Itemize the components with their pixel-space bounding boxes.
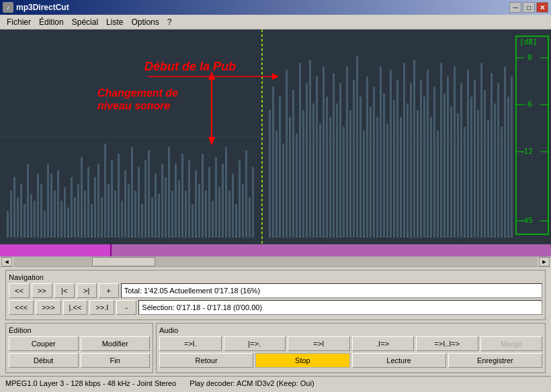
- set-start-button[interactable]: =>I.: [159, 336, 222, 351]
- progress-fill: [0, 244, 110, 256]
- go-end-button[interactable]: .I=>: [352, 336, 415, 351]
- end-button[interactable]: >|: [77, 283, 97, 298]
- minus-button[interactable]: -: [116, 300, 136, 315]
- svg-rect-135: [470, 97, 472, 238]
- svg-rect-86: [306, 83, 308, 238]
- svg-rect-51: [175, 164, 177, 238]
- menu-liste[interactable]: Liste: [102, 16, 127, 28]
- edition-row-1: Couper Modifier: [9, 336, 150, 351]
- minimize-button[interactable]: ─: [509, 2, 521, 13]
- svg-rect-64: [218, 187, 220, 238]
- svg-rect-141: [491, 73, 493, 238]
- svg-rect-3: [13, 177, 15, 238]
- waveform-container[interactable]: [dB] 0 -6 -12 -45 Début de la Pub Change…: [0, 30, 551, 244]
- menu-help[interactable]: ?: [163, 16, 176, 28]
- svg-rect-39: [134, 191, 136, 238]
- couper-button[interactable]: Couper: [9, 336, 79, 351]
- audio-section: Audio =>I. |=>. =>I .I=> =>I..I=> Marge …: [156, 323, 546, 373]
- modifier-button[interactable]: Modifier: [81, 336, 151, 351]
- svg-rect-139: [484, 90, 486, 238]
- app-icon: ♪: [3, 2, 13, 13]
- svg-rect-11: [40, 184, 42, 238]
- svg-rect-147: [511, 77, 513, 238]
- svg-rect-136: [474, 80, 476, 238]
- progress-bar[interactable]: [0, 244, 551, 256]
- scroll-track[interactable]: [13, 257, 538, 266]
- svg-rect-15: [54, 191, 56, 238]
- go-start-button[interactable]: =>I: [288, 336, 350, 351]
- svg-rect-133: [464, 127, 466, 238]
- svg-rect-10: [37, 174, 39, 238]
- set-end-button[interactable]: |=>.: [224, 336, 286, 351]
- svg-rect-16: [57, 170, 59, 238]
- forward-small-button[interactable]: >>>: [36, 300, 60, 315]
- svg-rect-120: [420, 80, 422, 238]
- svg-rect-130: [454, 66, 456, 238]
- rewind-button[interactable]: <<: [9, 283, 30, 298]
- svg-rect-76: [272, 87, 274, 238]
- svg-rect-78: [279, 97, 281, 238]
- svg-rect-29: [101, 197, 103, 238]
- svg-rect-27: [94, 177, 96, 238]
- svg-rect-109: [383, 93, 385, 238]
- debut-button[interactable]: Début: [9, 353, 79, 368]
- svg-rect-63: [215, 157, 217, 238]
- navigation-section: Navigation << >> |< >| + Total: 1'42.05 …: [5, 270, 546, 320]
- marge-button[interactable]: Marge: [480, 336, 543, 351]
- svg-rect-84: [299, 63, 301, 238]
- both-button[interactable]: =>I..I=>: [416, 336, 478, 351]
- enregistrer-button[interactable]: Enregistrer: [448, 353, 542, 368]
- menu-special[interactable]: Spécial: [68, 16, 102, 28]
- menu-options[interactable]: Options: [127, 16, 163, 28]
- plus-button[interactable]: +: [99, 283, 119, 298]
- navigation-row-2: <<< >>> |.<< >>.I - Sélection: 0'17.18 -…: [9, 300, 542, 315]
- scroll-right-button[interactable]: ►: [539, 257, 550, 266]
- svg-rect-123: [430, 117, 432, 238]
- svg-rect-41: [141, 204, 143, 238]
- waveform-svg: [dB] 0 -6 -12 -45: [0, 30, 551, 244]
- forward-button[interactable]: >>: [32, 283, 52, 298]
- start-button[interactable]: |<: [54, 283, 75, 298]
- status-left: MPEG1.0 Layer 3 - 128 kbps - 48 kHz - Jo…: [5, 379, 176, 387]
- scroll-thumb[interactable]: [92, 257, 155, 266]
- svg-rect-62: [212, 201, 214, 238]
- stop-button[interactable]: Stop: [255, 353, 349, 368]
- svg-rect-22: [77, 184, 79, 238]
- menu-edition[interactable]: Édition: [35, 16, 68, 28]
- retour-button[interactable]: Retour: [159, 353, 253, 368]
- lecture-button[interactable]: Lecture: [352, 353, 446, 368]
- back-small-button[interactable]: <<<: [9, 300, 34, 315]
- svg-rect-134: [467, 70, 469, 238]
- svg-rect-88: [312, 103, 314, 238]
- svg-rect-67: [228, 191, 230, 238]
- fin-button[interactable]: Fin: [81, 353, 151, 368]
- close-button[interactable]: ✕: [536, 2, 548, 13]
- audio-row-2: Retour Stop Lecture Enregistrer: [159, 353, 542, 368]
- svg-rect-69: [235, 204, 237, 238]
- scrollbar[interactable]: ◄ ►: [0, 256, 551, 267]
- mark-in-button[interactable]: |.<<: [63, 300, 88, 315]
- svg-rect-49: [168, 147, 170, 238]
- svg-rect-127: [443, 93, 446, 238]
- svg-rect-50: [171, 191, 173, 238]
- svg-rect-129: [450, 107, 452, 238]
- svg-rect-97: [343, 127, 345, 238]
- svg-text:[dB]: [dB]: [519, 38, 538, 46]
- svg-rect-79: [282, 144, 284, 238]
- statusbar: MPEG1.0 Layer 3 - 128 kbps - 48 kHz - Jo…: [0, 376, 551, 389]
- svg-rect-83: [296, 134, 298, 238]
- edition-row-2: Début Fin: [9, 353, 150, 368]
- maximize-button[interactable]: □: [523, 2, 535, 13]
- svg-rect-34: [118, 154, 120, 238]
- mark-out-button[interactable]: >>.I: [89, 300, 114, 315]
- svg-rect-4: [17, 197, 19, 238]
- svg-rect-48: [165, 177, 167, 238]
- svg-rect-53: [181, 154, 183, 238]
- scroll-left-button[interactable]: ◄: [1, 257, 12, 266]
- svg-rect-25: [87, 167, 89, 238]
- svg-rect-98: [346, 66, 348, 238]
- svg-rect-101: [356, 56, 358, 238]
- svg-rect-103: [363, 130, 365, 238]
- svg-rect-18: [64, 187, 66, 238]
- menu-fichier[interactable]: Fichier: [3, 16, 35, 28]
